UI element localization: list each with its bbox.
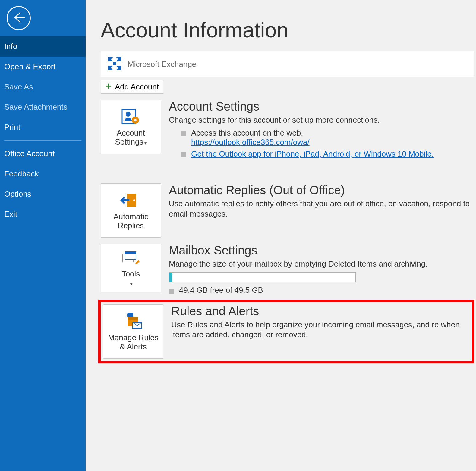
sidebar-item-open-export[interactable]: Open & Export [0,57,86,77]
bullet-icon [169,289,174,294]
sidebar-item-info[interactable]: Info [0,36,86,57]
account-settings-button[interactable]: Account Settings▾ [101,100,161,154]
mailbox-settings-desc: Manage the size of your mailbox by empty… [169,259,476,269]
highlight-box: Manage Rules & Alerts Rules and Alerts U… [98,300,474,363]
sidebar-item-office-account[interactable]: Office Account [0,144,86,164]
automatic-replies-desc: Use automatic replies to notify others t… [169,199,476,219]
account-settings-title: Account Settings [169,100,476,113]
rules-alerts-icon [121,312,145,331]
mailbox-storage-bar [169,272,356,282]
sidebar-separator [4,140,81,141]
svg-rect-9 [125,252,136,254]
account-settings-desc: Change settings for this account or set … [169,115,476,125]
mailbox-free-text: 49.4 GB free of 49.5 GB [179,285,263,295]
owa-link[interactable]: https://outlook.office365.com/owa/ [191,138,310,147]
add-account-button[interactable]: Add Account [101,80,163,94]
account-settings-button-label: Account Settings▾ [103,129,159,147]
bullet-icon [181,131,186,136]
section-mailbox-settings: Tools▾ Mailbox Settings Manage the size … [101,244,476,295]
add-account-label: Add Account [115,82,159,92]
automatic-replies-icon [119,191,143,210]
svg-point-4 [134,119,137,121]
sidebar-nav: Info Open & Export Save As Save Attachme… [0,36,86,224]
back-button[interactable] [7,6,31,30]
tools-button[interactable]: Tools▾ [101,244,161,292]
tools-icon [119,248,143,267]
sidebar-item-save-as[interactable]: Save As [0,77,86,97]
page-title: Account Information [101,18,476,42]
exchange-icon [106,55,128,73]
section-automatic-replies: Automatic Replies Automatic Replies (Out… [101,183,476,238]
chevron-down-icon: ▾ [130,282,132,286]
sidebar-item-print[interactable]: Print [0,117,86,137]
svg-rect-0 [113,62,116,65]
svg-rect-11 [128,317,138,320]
get-outlook-app-link[interactable]: Get the Outlook app for iPhone, iPad, An… [191,149,434,159]
main-pane: Account Information Microsoft Exchange A… [86,0,476,471]
section-rules-alerts: Manage Rules & Alerts Rules and Alerts U… [103,304,470,359]
backstage-sidebar: Info Open & Export Save As Save Attachme… [0,0,86,471]
chevron-down-icon: ▾ [144,141,147,145]
back-arrow-icon [12,11,25,25]
account-selector[interactable]: Microsoft Exchange [101,51,474,77]
automatic-replies-button-label: Automatic Replies [103,212,159,230]
account-type-label: Microsoft Exchange [128,60,196,69]
bullet-icon [181,152,186,157]
mailbox-settings-title: Mailbox Settings [169,244,476,257]
sidebar-item-save-attachments[interactable]: Save Attachments [0,97,86,117]
manage-rules-alerts-button-label: Manage Rules & Alerts [105,333,161,351]
automatic-replies-title: Automatic Replies (Out of Office) [169,183,476,197]
rules-alerts-desc: Use Rules and Alerts to help organize yo… [171,320,470,340]
manage-rules-alerts-button[interactable]: Manage Rules & Alerts [103,304,163,359]
sidebar-item-exit[interactable]: Exit [0,204,86,224]
section-account-settings: Account Settings▾ Account Settings Chang… [101,100,476,159]
account-settings-icon [119,107,143,126]
rules-alerts-title: Rules and Alerts [171,304,470,318]
automatic-replies-button[interactable]: Automatic Replies [101,183,161,238]
tools-button-label: Tools▾ [122,270,140,288]
plus-icon [105,82,112,92]
svg-point-2 [126,112,131,117]
sidebar-item-options[interactable]: Options [0,184,86,204]
svg-point-6 [133,199,135,201]
sidebar-item-feedback[interactable]: Feedback [0,164,86,184]
access-web-text: Access this account on the web. [191,128,303,138]
mailbox-storage-fill [169,273,172,282]
